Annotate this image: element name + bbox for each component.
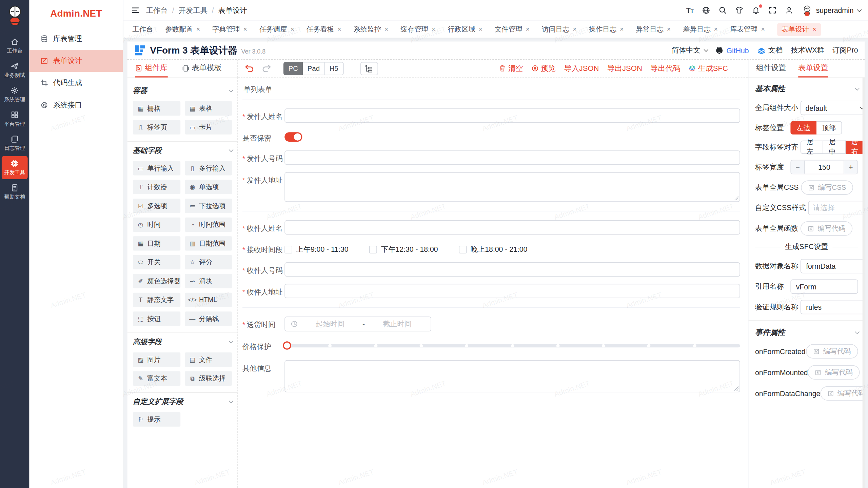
seg-option-顶部[interactable]: 顶部	[816, 121, 842, 135]
field-receiver-name[interactable]: 收件人姓名	[242, 220, 740, 235]
rail-item-home[interactable]: 工作台	[2, 34, 28, 58]
redo-icon[interactable]	[262, 64, 271, 72]
edit-css-button[interactable]: 编写CSS	[801, 180, 853, 195]
action-预览[interactable]: 预览	[531, 63, 556, 73]
view-tab[interactable]: 工作台	[132, 25, 153, 34]
widget-section-title[interactable]: 自定义扩展字段	[133, 397, 232, 407]
tab-widget-settings[interactable]: 组件设置	[756, 63, 786, 77]
sidebar-item-codegen[interactable]: 代码生成	[29, 72, 123, 94]
widget-file[interactable]: ▤文件	[184, 352, 232, 367]
app-logo-mascot[interactable]	[5, 4, 24, 28]
edit-code-button-onFormCreated[interactable]: 编写代码	[806, 344, 858, 359]
tab-form-templates[interactable]: 表单模板	[182, 63, 222, 77]
widget-grid[interactable]: ▦栅格	[133, 101, 180, 116]
widget-input[interactable]: ▭单行输入	[133, 161, 180, 175]
close-icon[interactable]: ×	[196, 25, 200, 33]
receiver-phone-input[interactable]	[284, 262, 740, 277]
seg-option-居左[interactable]: 居左	[801, 141, 823, 154]
collapse-menu-icon[interactable]	[131, 6, 139, 14]
secret-toggle[interactable]	[284, 132, 302, 142]
stepper-minus-button[interactable]: −	[791, 160, 805, 174]
seg-option-左边[interactable]: 左边	[790, 121, 816, 135]
close-icon[interactable]: ×	[243, 25, 247, 33]
field-sender-name[interactable]: 发件人姓名	[242, 108, 740, 123]
view-tab[interactable]: 库表管理×	[730, 25, 765, 34]
widget-rich-editor[interactable]: ✎富文本	[133, 371, 180, 386]
close-icon[interactable]: ×	[812, 25, 816, 33]
widget-button[interactable]: ⬚按钮	[133, 311, 180, 326]
view-tab[interactable]: 字典管理×	[212, 25, 247, 34]
language-select[interactable]: 简体中文	[672, 45, 707, 55]
view-tab[interactable]: 操作日志×	[589, 25, 624, 34]
widget-number[interactable]: ⑀计数器	[133, 180, 180, 194]
basic-props-section[interactable]: 基本属性	[755, 84, 858, 94]
field-other-info[interactable]: 其他信息	[242, 360, 740, 392]
delivery-time-range-picker[interactable]: 起始时间 - 截止时间	[284, 317, 431, 331]
rules-name-input[interactable]	[801, 300, 865, 314]
view-tab[interactable]: 文件管理×	[495, 25, 530, 34]
notification-icon[interactable]	[752, 6, 760, 14]
outline-tree-button[interactable]	[360, 62, 378, 75]
close-icon[interactable]: ×	[667, 25, 671, 33]
widget-time[interactable]: ◷时间	[133, 218, 180, 232]
rail-item-gear[interactable]: 系统管理	[2, 83, 28, 106]
font-size-icon[interactable]: TT	[686, 6, 694, 14]
field-sender-phone[interactable]: 发件人号码	[242, 150, 740, 165]
custom-css-select[interactable]: 请选择	[808, 201, 865, 215]
tab-widget-library[interactable]: 组件库	[135, 63, 167, 77]
docs-link[interactable]: 文档	[757, 45, 783, 55]
close-icon[interactable]: ×	[479, 25, 482, 33]
sender-name-input[interactable]	[284, 108, 740, 123]
widget-rate[interactable]: ☆评分	[184, 255, 232, 269]
undo-icon[interactable]	[245, 64, 254, 72]
widget-cascader[interactable]: ⧉级联选择	[184, 371, 232, 386]
widget-textarea[interactable]: ▯多行输入	[184, 161, 232, 175]
other-info-textarea[interactable]	[284, 360, 740, 392]
widget-divider[interactable]: —分隔线	[184, 311, 232, 326]
edit-code-button-onFormDataChange[interactable]: 编写代码	[820, 386, 865, 401]
breadcrumb[interactable]: 工作台/开发工具/表单设计	[146, 5, 247, 15]
widget-html[interactable]: </>HTML	[184, 293, 232, 307]
widget-date-range[interactable]: ▥日期范围	[184, 236, 232, 250]
edit-code-button-onFormMounted[interactable]: 编写代码	[808, 365, 860, 380]
checkbox-icon[interactable]	[284, 246, 292, 253]
profile-icon[interactable]	[785, 6, 793, 14]
action-导入JSON[interactable]: 导入JSON	[564, 63, 599, 73]
device-pad-button[interactable]: Pad	[303, 62, 325, 75]
field-price-protect[interactable]: 价格保护	[242, 339, 740, 353]
rail-item-chip[interactable]: 开发工具	[2, 156, 28, 179]
wx-group-link[interactable]: 技术WX群	[791, 45, 824, 55]
github-link[interactable]: GitHub	[715, 46, 749, 54]
slider-knob[interactable]	[283, 341, 291, 349]
field-receiver-address[interactable]: 收件人地址	[242, 284, 740, 298]
seg-option-居中[interactable]: 居中	[823, 141, 846, 154]
time-slot-checkbox[interactable]: 下午12:30 - 18:00	[370, 245, 438, 255]
scrollbar[interactable]	[863, 78, 865, 488]
sidebar-item-api[interactable]: 系统接口	[29, 94, 123, 116]
widget-time-range[interactable]: ◔时间范围	[184, 218, 232, 232]
view-tab[interactable]: 任务调度×	[259, 25, 294, 34]
field-time-slot[interactable]: 接收时间段 上午9:00 - 11:30下午12:30 - 18:00晚上18:…	[242, 242, 740, 255]
time-slot-checkbox[interactable]: 上午9:00 - 11:30	[284, 245, 348, 255]
sidebar-item-form-edit[interactable]: 表单设计	[29, 50, 123, 72]
ref-name-input[interactable]	[790, 279, 858, 293]
close-icon[interactable]: ×	[432, 25, 435, 33]
rail-item-logs[interactable]: 日志管理	[2, 132, 28, 155]
receiver-address-input[interactable]	[284, 284, 740, 298]
close-icon[interactable]: ×	[761, 25, 765, 33]
global-size-select[interactable]: default	[801, 101, 865, 115]
device-h5-button[interactable]: H5	[325, 62, 344, 75]
close-icon[interactable]: ×	[526, 25, 529, 33]
rail-item-helpdoc[interactable]: 帮助文档	[2, 180, 28, 204]
action-导出JSON[interactable]: 导出JSON	[607, 63, 642, 73]
sidebar-item-database[interactable]: 库表管理	[29, 28, 123, 50]
theme-icon[interactable]	[735, 6, 743, 14]
breadcrumb-item[interactable]: 表单设计	[218, 5, 247, 15]
action-生成SFC[interactable]: 生成SFC	[689, 63, 728, 73]
checkbox-icon[interactable]	[459, 246, 467, 253]
close-icon[interactable]: ×	[290, 25, 294, 33]
view-tab[interactable]: 表单设计×	[777, 23, 821, 36]
widget-static-text[interactable]: T静态文字	[133, 293, 180, 307]
subscribe-pro-link[interactable]: 订阅Pro	[832, 45, 858, 55]
widget-tabs[interactable]: ⎍标签页	[133, 120, 180, 134]
